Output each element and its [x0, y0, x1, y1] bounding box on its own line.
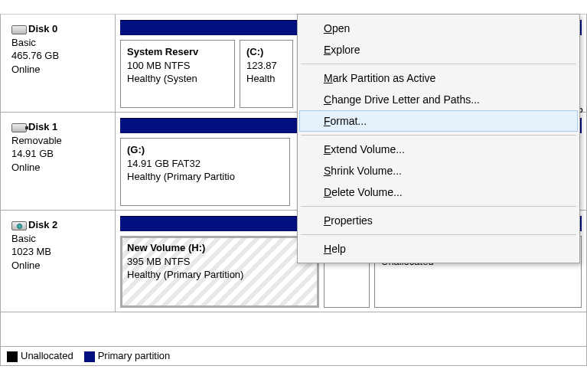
menu-separator [301, 234, 576, 235]
legend: Unallocated Primary partition [1, 346, 586, 365]
partition-c[interactable]: (C:) 123.87 Health [240, 40, 293, 108]
context-menu: Open Explore Mark Partition as Active Ch… [297, 14, 580, 263]
disk-type: Basic [11, 37, 36, 48]
partition-health: Health [246, 72, 286, 86]
partition-label: New Volume (H:) [127, 241, 312, 255]
disk-type: Basic [11, 233, 36, 244]
partition-info: 100 MB NTFS [127, 59, 228, 73]
menu-extend-volume[interactable]: Extend Volume... [299, 139, 578, 160]
menu-delete-volume[interactable]: Delete Volume... [299, 181, 578, 203]
disk-info-0[interactable]: Disk 0 Basic 465.76 GB Online [1, 15, 116, 112]
partition-info: 14.91 GB FAT32 [127, 157, 283, 171]
partition-label: System Reserv [127, 45, 228, 59]
disk-name: Disk 0 [28, 23, 57, 34]
disk-name: Disk 1 [28, 121, 57, 132]
menu-properties[interactable]: Properties [299, 210, 578, 231]
menu-shrink-volume[interactable]: Shrink Volume... [299, 160, 578, 181]
partition-label: (G:) [127, 143, 283, 157]
menu-open[interactable]: Open [299, 18, 578, 39]
menu-mark-active[interactable]: Mark Partition as Active [299, 67, 578, 89]
menu-separator [301, 64, 576, 64]
disk-size: 465.76 GB [11, 50, 59, 61]
partition-health: Healthy (Primary Partition) [127, 268, 312, 282]
menu-explore[interactable]: Explore [299, 39, 578, 60]
partition-info: 123.87 [246, 59, 286, 73]
disk-icon [11, 221, 27, 230]
menu-help[interactable]: Help [299, 238, 578, 260]
menu-separator [301, 135, 576, 136]
partition-health: Healthy (Systen [127, 72, 228, 86]
disk-info-2[interactable]: Disk 2 Basic 1023 MB Online [1, 211, 116, 312]
partition-h-selected[interactable]: New Volume (H:) 395 MB NTFS Healthy (Pri… [120, 236, 319, 308]
disk-size: 1023 MB [11, 246, 51, 257]
disk-status: Online [11, 162, 41, 173]
partition-health: Healthy (Primary Partitio [127, 170, 283, 184]
disk-type: Removable [11, 135, 62, 146]
legend-primary: Primary partition [98, 350, 171, 361]
partition-label: (C:) [246, 45, 286, 59]
menu-change-letter[interactable]: Change Drive Letter and Paths... [299, 89, 578, 110]
disk-status: Online [11, 64, 41, 75]
disk-name: Disk 2 [28, 219, 57, 230]
partition-info: 395 MB NTFS [127, 255, 312, 269]
menu-format[interactable]: Format... [299, 110, 578, 132]
disk-icon [11, 25, 27, 34]
legend-swatch-unallocated [7, 351, 18, 362]
partition-g[interactable]: (G:) 14.91 GB FAT32 Healthy (Primary Par… [120, 138, 290, 206]
menu-separator [301, 206, 576, 207]
partition-system-reserved[interactable]: System Reserv 100 MB NTFS Healthy (Syste… [120, 40, 235, 108]
disk-info-1[interactable]: Disk 1 Removable 14.91 GB Online [1, 113, 116, 210]
removable-disk-icon [11, 123, 27, 132]
legend-swatch-primary [84, 351, 95, 362]
disk-size: 14.91 GB [11, 148, 54, 159]
disk-status: Online [11, 260, 41, 271]
legend-unallocated: Unallocated [21, 350, 73, 361]
